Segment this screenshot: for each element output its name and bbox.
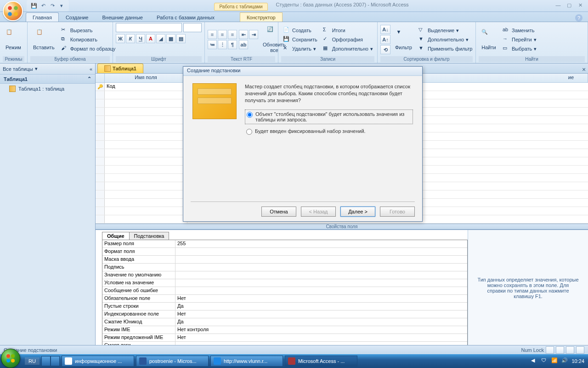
wizard-next-button[interactable]: Далее > [340, 207, 375, 217]
radio-table-query[interactable] [247, 112, 253, 118]
new-record-button[interactable]: 📄Создать [281, 26, 319, 34]
navpane-item-table[interactable]: Таблица1 : таблица [0, 84, 95, 94]
property-row[interactable]: Значение по умолчанию [102, 271, 467, 279]
taskbar-item-active[interactable]: Microsoft Access - ... [285, 356, 357, 367]
navpane-collapse-icon[interactable]: « [90, 66, 92, 72]
view-chart-button[interactable] [566, 346, 574, 354]
property-value[interactable] [175, 248, 467, 255]
property-value[interactable]: 255 [175, 240, 467, 247]
property-row[interactable]: Индексированное полеНет [102, 310, 467, 318]
tray-icon[interactable]: 🔊 [561, 357, 569, 365]
toggle-filter-button[interactable]: ▼Применить фильтр [417, 45, 475, 53]
maximize-button[interactable]: ▢ [565, 2, 573, 10]
property-value[interactable] [175, 264, 467, 271]
quick-launch-button[interactable] [51, 356, 60, 366]
navpane-header[interactable]: Все таблицы ▾ « [0, 63, 95, 75]
undo-icon[interactable]: ↶ [40, 2, 47, 10]
wizard-option-table[interactable]: Объект "столбец подстановки" будет испол… [245, 109, 413, 124]
selection-filter-button[interactable]: ▽Выделение▾ [417, 26, 475, 34]
property-value[interactable]: Нет [175, 310, 467, 318]
property-value[interactable]: Нет [175, 334, 467, 341]
field-name-cell[interactable]: Код [105, 83, 187, 91]
tray-icon[interactable]: 🛡 [541, 357, 548, 365]
delete-record-button[interactable]: ✕Удалить▾ [281, 45, 319, 53]
close-button[interactable]: ✕ [576, 2, 584, 10]
prop-tab-lookup[interactable]: Подстановка [129, 232, 170, 240]
wizard-cancel-button[interactable]: Отмена [261, 207, 296, 217]
office-button[interactable] [3, 1, 23, 21]
start-button[interactable] [1, 349, 20, 368]
taskbar-item[interactable]: информационное ... [62, 356, 134, 367]
wizard-finish-button[interactable]: Готово [380, 207, 415, 217]
property-row[interactable]: Формат поля [102, 248, 467, 256]
property-row[interactable]: Режим предложений IMEНет [102, 334, 467, 342]
italic-button[interactable]: К [126, 34, 135, 43]
sort-desc-button[interactable]: A↑ [380, 35, 390, 44]
bold-button[interactable]: Ж [116, 34, 125, 43]
qat-dropdown-icon[interactable]: ▾ [58, 2, 65, 10]
align-left-button[interactable]: ≡ [208, 30, 217, 39]
property-value[interactable] [175, 271, 467, 279]
tab-external[interactable]: Внешние данные [96, 12, 150, 22]
help-icon[interactable]: ? [575, 14, 582, 22]
select-button[interactable]: ▭Выбрать▾ [501, 45, 538, 53]
view-datasheet-button[interactable] [546, 346, 554, 354]
totals-button[interactable]: ΣИтоги [321, 26, 375, 34]
property-row[interactable]: Сообщение об ошибке [102, 287, 467, 295]
view-design-button[interactable] [576, 346, 584, 354]
view-mode-button[interactable]: 📋Режим [3, 28, 24, 51]
tray-icon[interactable]: ◀ [531, 357, 538, 365]
property-row[interactable]: Пустые строкиДа [102, 303, 467, 310]
indent-inc-button[interactable]: ⇥ [249, 30, 258, 39]
sort-asc-button[interactable]: A↓ [380, 25, 390, 34]
more-records-button[interactable]: ▦Дополнительно▾ [321, 45, 375, 53]
goto-button[interactable]: →Перейти▾ [501, 35, 538, 44]
quick-launch-button[interactable] [41, 356, 51, 366]
tab-dbtools[interactable]: Работа с базами данных [150, 12, 221, 22]
property-value[interactable]: Да [175, 318, 467, 326]
highlight-button[interactable]: ab [239, 40, 248, 49]
save-icon[interactable]: 💾 [30, 2, 38, 10]
find-button[interactable]: 🔍Найти [479, 28, 499, 51]
property-value[interactable] [175, 256, 467, 263]
property-row[interactable]: Сжатие ЮникодДа [102, 318, 467, 326]
document-tab-active[interactable]: Таблица1 [97, 63, 143, 73]
copy-button[interactable]: ⧉Копировать [59, 35, 118, 44]
underline-button[interactable]: Ч [136, 34, 145, 43]
align-right-button[interactable]: ≡ [228, 30, 237, 39]
wizard-option-fixed[interactable]: Будет введен фиксированный набор значени… [245, 127, 413, 136]
navpane-group-header[interactable]: Таблица1 ⌃ [0, 75, 95, 84]
prop-tab-general[interactable]: Общие [102, 232, 130, 240]
cut-button[interactable]: ✂Вырезать [59, 26, 118, 34]
clock[interactable]: 10:24 [571, 358, 584, 364]
property-row[interactable]: Маска ввода [102, 256, 467, 264]
property-value[interactable] [175, 279, 467, 287]
taskbar-item[interactable]: postroenie - Micros... [136, 356, 209, 367]
property-value[interactable]: Нет контроля [175, 326, 467, 334]
format-painter-button[interactable]: 🖌Формат по образцу [59, 45, 118, 53]
close-tab-icon[interactable]: × [580, 66, 588, 73]
text-dir-button[interactable]: ¶ [228, 40, 237, 49]
tray-icon[interactable]: 📶 [551, 357, 559, 365]
numbering-button[interactable]: ≔ [208, 40, 217, 49]
field-name-header[interactable]: Имя поля [105, 74, 187, 82]
bullets-button[interactable]: ⋮ [218, 40, 227, 49]
minimize-button[interactable]: — [554, 2, 562, 10]
font-family-combo[interactable] [116, 23, 182, 32]
view-pivot-button[interactable] [556, 346, 564, 354]
spelling-button[interactable]: ✓Орфография [321, 35, 375, 44]
property-row[interactable]: Подпись [102, 264, 467, 271]
property-row[interactable]: Обязательное полеНет [102, 295, 467, 303]
font-color-button[interactable]: A [146, 34, 155, 43]
tab-create[interactable]: Создание [59, 12, 96, 22]
property-row[interactable]: Условие на значение [102, 279, 467, 287]
advanced-filter-button[interactable]: ▼Дополнительно▾ [417, 35, 475, 44]
radio-fixed-values[interactable] [246, 129, 252, 135]
replace-button[interactable]: abЗаменить [501, 26, 538, 34]
gridlines-button[interactable]: ▦ [166, 34, 175, 43]
indent-dec-button[interactable]: ⇤ [239, 30, 248, 39]
redo-icon[interactable]: ↷ [49, 2, 56, 10]
save-record-button[interactable]: 💾Сохранить [281, 35, 319, 44]
property-row[interactable]: Размер поля255 [102, 240, 467, 248]
filter-button[interactable]: ▼Фильтр [392, 28, 415, 51]
